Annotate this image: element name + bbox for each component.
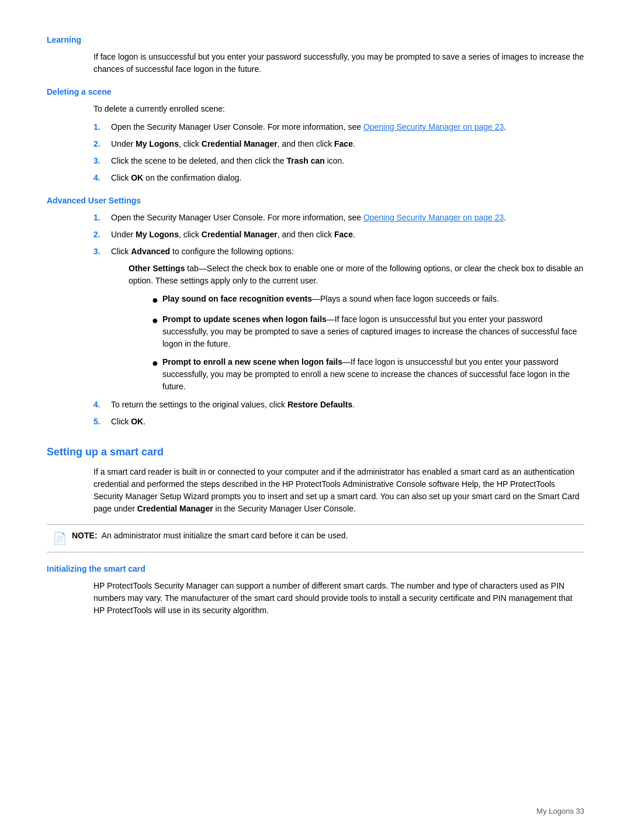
smart-card-body: If a smart card reader is built in or co… — [93, 466, 584, 515]
initializing-section: Initializing the smart card HP ProtectTo… — [47, 563, 584, 617]
adv-step-1: 1. Open the Security Manager User Consol… — [93, 212, 584, 224]
other-settings-bullets: ● Play sound on face recognition events—… — [152, 293, 584, 393]
adv-step-4: 4. To return the settings to the origina… — [93, 399, 584, 411]
deleting-scene-section: Deleting a scene To delete a currently e… — [47, 86, 584, 184]
bullet-3: ● Prompt to enroll a new scene when logo… — [152, 356, 584, 393]
deleting-scene-heading: Deleting a scene — [47, 86, 584, 98]
bullet-1: ● Play sound on face recognition events—… — [152, 293, 584, 307]
advanced-user-settings-section: Advanced User Settings 1. Open the Secur… — [47, 195, 584, 428]
smart-card-section: Setting up a smart card If a smart card … — [47, 444, 584, 552]
other-settings-desc: tab—Select the check box to enable one o… — [129, 264, 583, 285]
step-3: 3. Click the scene to be deleted, and th… — [93, 155, 584, 167]
opening-security-manager-link-2[interactable]: Opening Security Manager on page 23 — [363, 213, 504, 222]
deleting-scene-intro: To delete a currently enrolled scene: — [93, 103, 584, 115]
note-label: NOTE: — [72, 531, 98, 540]
step-4: 4. Click OK on the confirmation dialog. — [93, 172, 584, 184]
other-settings-text: Other Settings tab—Select the check box … — [129, 262, 584, 287]
initializing-body: HP ProtectTools Security Manager can sup… — [93, 580, 584, 617]
learning-body: If face logon is unsuccessful but you en… — [93, 51, 584, 75]
initializing-heading: Initializing the smart card — [47, 563, 584, 575]
adv-step-5: 5. Click OK. — [93, 416, 584, 428]
note-text: An administrator must initialize the sma… — [102, 531, 348, 540]
learning-heading: Learning — [47, 34, 584, 46]
advanced-user-settings-heading: Advanced User Settings — [47, 195, 584, 207]
advanced-steps: 1. Open the Security Manager User Consol… — [93, 212, 584, 258]
opening-security-manager-link-1[interactable]: Opening Security Manager on page 23 — [363, 122, 504, 132]
learning-section: Learning If face logon is unsuccessful b… — [47, 34, 584, 75]
footer: My Logons 33 — [536, 806, 584, 817]
adv-step-3: 3. Click Advanced to configure the follo… — [93, 246, 584, 258]
note-icon: 📄 — [53, 530, 67, 547]
other-settings-block: Other Settings tab—Select the check box … — [129, 262, 584, 393]
bullet-2: ● Prompt to update scenes when logon fai… — [152, 313, 584, 350]
note-content: NOTE: An administrator must initialize t… — [72, 530, 348, 542]
adv-step-2: 2. Under My Logons, click Credential Man… — [93, 229, 584, 241]
deleting-scene-steps: 1. Open the Security Manager User Consol… — [93, 121, 584, 184]
step-2: 2. Under My Logons, click Credential Man… — [93, 138, 584, 150]
smart-card-heading: Setting up a smart card — [47, 444, 584, 460]
step-1: 1. Open the Security Manager User Consol… — [93, 121, 584, 133]
other-settings-label: Other Settings — [129, 264, 185, 273]
note-box: 📄 NOTE: An administrator must initialize… — [47, 524, 584, 552]
advanced-steps-456: 4. To return the settings to the origina… — [93, 399, 584, 428]
